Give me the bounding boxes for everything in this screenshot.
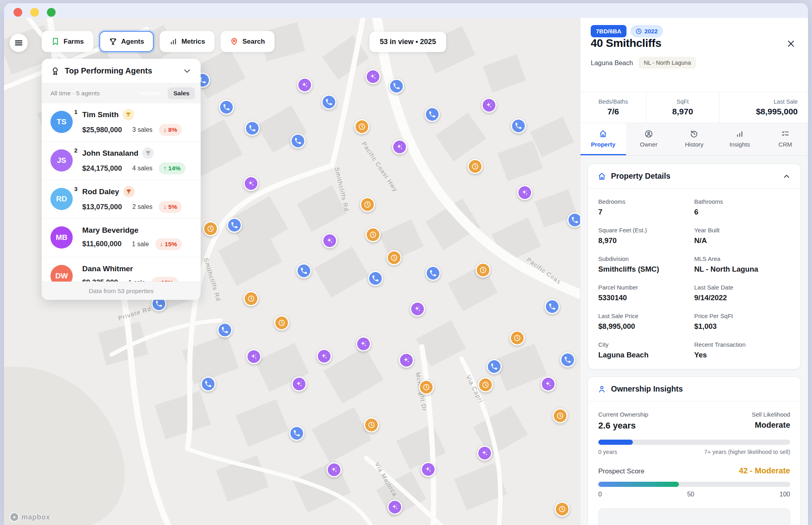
- map-marker-phone[interactable]: [511, 118, 526, 133]
- avatar-initials: RD: [50, 188, 73, 210]
- agent-row[interactable]: MB Mary Beveridge $11,600,000 1 sale ↓ 1…: [42, 219, 201, 257]
- hamburger-icon: [14, 38, 23, 48]
- map-marker-phone[interactable]: [227, 218, 242, 233]
- tab-label: CRM: [779, 141, 792, 148]
- mapbox-logo-icon: ✦: [10, 512, 19, 522]
- map-marker-clock[interactable]: [203, 221, 218, 236]
- map-marker-sparkle[interactable]: [387, 500, 402, 515]
- map-marker-sparkle[interactable]: [517, 185, 532, 200]
- farms-button[interactable]: Farms: [42, 31, 93, 52]
- trophy-gold-icon: [123, 109, 134, 120]
- tab-owner[interactable]: Owner: [626, 123, 672, 155]
- property-details-header[interactable]: Property Details: [588, 164, 800, 189]
- map-marker-clock[interactable]: [274, 315, 289, 330]
- zoom-window-button[interactable]: [47, 8, 56, 17]
- map-marker-sparkle[interactable]: [410, 301, 425, 317]
- map-marker-phone[interactable]: [560, 352, 575, 367]
- tab-property[interactable]: Property: [580, 123, 626, 155]
- map-marker-clock[interactable]: [419, 380, 434, 395]
- map-marker-phone[interactable]: [296, 263, 311, 278]
- prospect-score-bar: [598, 482, 790, 487]
- map-marker-clock[interactable]: [553, 408, 568, 423]
- app-window: ✦ mapbox Pacific Coast HwyPacific CoasSm…: [4, 3, 808, 525]
- map-marker-sparkle[interactable]: [327, 462, 342, 477]
- volume-sales-toggle[interactable]: Volume Sales: [133, 87, 195, 99]
- map-marker-sparkle[interactable]: [246, 349, 261, 364]
- map-marker-sparkle[interactable]: [399, 353, 414, 368]
- map-marker-phone[interactable]: [389, 79, 404, 94]
- chevron-up-icon[interactable]: [782, 172, 791, 181]
- agent-rank: 1: [74, 108, 77, 115]
- in-view-badge: 53 in view • 2025: [369, 32, 446, 52]
- map-marker-sparkle[interactable]: [392, 139, 407, 154]
- map-marker-clock[interactable]: [510, 330, 525, 345]
- map-marker-clock[interactable]: [244, 291, 259, 306]
- bookmark-icon: [51, 37, 60, 46]
- map-marker-clock[interactable]: [354, 119, 369, 134]
- menu-button[interactable]: [10, 34, 28, 52]
- agent-row[interactable]: TS 1 Tim Smith $25,980,000 3 sales ↓ 8%: [42, 103, 201, 142]
- close-window-button[interactable]: [14, 8, 22, 17]
- map-marker-phone[interactable]: [425, 107, 440, 122]
- map-marker-sparkle[interactable]: [421, 462, 436, 477]
- tab-crm[interactable]: CRM: [762, 123, 808, 155]
- beds-baths-badge: 7BD/6BA: [591, 25, 626, 37]
- tab-insights[interactable]: Insights: [717, 123, 763, 155]
- map-marker-phone[interactable]: [567, 212, 580, 228]
- close-panel-button[interactable]: [785, 38, 797, 50]
- map-marker-sparkle[interactable]: [317, 349, 332, 364]
- field-value: Laguna Beach: [598, 351, 694, 359]
- close-icon: [787, 39, 795, 48]
- prospect-scale-50: 50: [687, 491, 694, 498]
- agents-panel-header[interactable]: Top Performing Agents: [42, 59, 201, 83]
- map-marker-sparkle[interactable]: [292, 376, 307, 392]
- map-marker-clock[interactable]: [478, 377, 493, 392]
- chevron-down-icon[interactable]: [182, 66, 192, 76]
- map-marker-phone[interactable]: [545, 299, 560, 314]
- minimize-window-button[interactable]: [30, 8, 39, 17]
- map-marker-clock[interactable]: [387, 250, 402, 265]
- map-marker-sparkle[interactable]: [477, 446, 492, 461]
- house-icon: [597, 172, 606, 181]
- map-marker-phone[interactable]: [290, 133, 305, 149]
- property-city: Laguna Beach: [591, 59, 633, 67]
- map-marker-clock[interactable]: [555, 502, 570, 517]
- map-marker-phone[interactable]: [219, 100, 234, 115]
- metrics-button[interactable]: Metrics: [160, 31, 215, 52]
- property-tabs: Property Owner History Insights CRM: [580, 123, 808, 156]
- property-panel: 7BD/6BA 2022 40 Smithcliffs Laguna Beach…: [580, 18, 808, 525]
- map-marker-clock[interactable]: [364, 417, 379, 432]
- map-marker-phone[interactable]: [217, 322, 232, 338]
- map-marker-sparkle[interactable]: [541, 376, 556, 392]
- tab-history[interactable]: History: [671, 123, 717, 155]
- prospect-scale-0: 0: [598, 491, 602, 498]
- agents-panel-title: Top Performing Agents: [65, 66, 178, 75]
- ownership-insights-header[interactable]: Ownership Insights: [588, 377, 800, 401]
- toggle-option-volume[interactable]: Volume: [133, 87, 166, 99]
- search-button[interactable]: Search: [220, 31, 275, 52]
- map-marker-sparkle[interactable]: [244, 176, 259, 191]
- property-title: 40 Smithcliffs: [591, 37, 661, 50]
- map-marker-phone[interactable]: [289, 426, 304, 441]
- map-marker-phone[interactable]: [245, 121, 260, 136]
- map-marker-phone[interactable]: [487, 359, 502, 374]
- map-marker-sparkle[interactable]: [356, 336, 371, 351]
- map-marker-sparkle[interactable]: [365, 69, 381, 84]
- card-title: Property Details: [611, 172, 777, 181]
- map-marker-phone[interactable]: [321, 95, 336, 110]
- agent-row[interactable]: JS 2 John Stanaland $24,175,000 4 sales …: [42, 142, 201, 180]
- toggle-option-sales[interactable]: Sales: [168, 87, 195, 99]
- map-marker-sparkle[interactable]: [322, 233, 337, 248]
- map-marker-phone[interactable]: [425, 266, 441, 281]
- map-marker-clock[interactable]: [360, 197, 375, 212]
- agent-sales-count: 4 sales: [132, 165, 153, 172]
- map-marker-phone[interactable]: [368, 271, 383, 286]
- agents-button[interactable]: Agents: [99, 31, 154, 52]
- map-marker-clock[interactable]: [365, 227, 381, 242]
- map-marker-sparkle[interactable]: [297, 77, 312, 93]
- map-marker-phone[interactable]: [201, 376, 216, 392]
- map-marker-clock[interactable]: [468, 159, 483, 174]
- agent-row[interactable]: RD 3 Rod Daley $13,075,000 2 sales ↓ 5%: [42, 180, 201, 219]
- map-marker-sparkle[interactable]: [481, 98, 497, 113]
- map-marker-clock[interactable]: [476, 262, 491, 278]
